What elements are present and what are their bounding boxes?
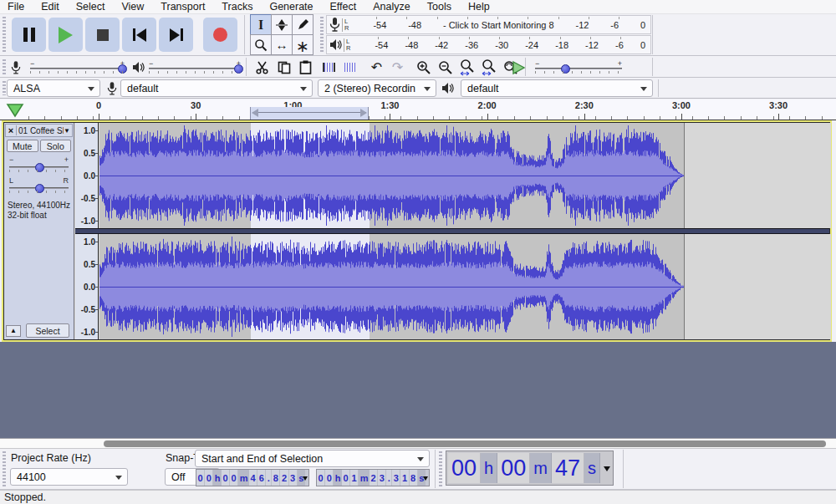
zoom-out-button[interactable] — [435, 58, 456, 77]
copy-button[interactable] — [273, 58, 294, 77]
menu-item-help[interactable]: Help — [468, 1, 490, 13]
menu-item-file[interactable]: File — [8, 1, 24, 13]
selection-end-time-field[interactable]: 00h01m23.318s — [316, 469, 430, 486]
playback-volume-slider[interactable]: − + — [149, 68, 241, 69]
transport-toolbar-grip[interactable] — [3, 17, 6, 53]
track-menu-dropdown-icon[interactable]: ▼ — [64, 127, 72, 135]
time-digit: 0 — [205, 470, 213, 486]
draw-tool-button[interactable] — [292, 14, 314, 35]
meter-scale-label: -30 — [495, 40, 508, 50]
selection-tool-button[interactable]: I — [250, 14, 272, 35]
playback-meter-scale[interactable]: -54-48-42-36-30-24-18-12-60 — [353, 36, 650, 53]
time-shift-tool-button[interactable]: ↔ — [271, 34, 293, 55]
device-toolbar-grip[interactable] — [3, 81, 6, 95]
zoom-tool-button[interactable] — [250, 34, 272, 55]
pan-thumb[interactable] — [35, 184, 44, 193]
menu-item-analyze[interactable]: Analyze — [373, 1, 410, 13]
playback-meter[interactable]: LR -54-48-42-36-30-24-18-12-60 — [326, 35, 651, 54]
audio-host-select[interactable]: ALSA — [7, 79, 100, 97]
cut-button[interactable] — [252, 58, 273, 77]
channel-divider[interactable] — [75, 228, 829, 234]
mixer-toolbar-grip[interactable] — [3, 59, 6, 74]
meter-scale-label: -54 — [373, 20, 386, 30]
track-area-background[interactable] — [0, 342, 836, 438]
project-rate-label: Project Rate (Hz) — [11, 452, 91, 464]
ruler-label: 1:30 — [380, 100, 399, 110]
undo-button[interactable]: ↶ — [366, 58, 387, 77]
ruler-label: 2:30 — [575, 100, 594, 110]
track-pan-slider[interactable]: L R — [9, 176, 69, 196]
selection-toolbar-grip[interactable] — [3, 451, 6, 486]
redo-icon: ↷ — [392, 59, 403, 75]
track-title[interactable]: 01 Coffee Sh — [17, 126, 64, 135]
time-unit: s — [584, 453, 600, 483]
redo-button[interactable]: ↷ — [387, 58, 408, 77]
play-at-speed-icon[interactable] — [512, 60, 527, 75]
selection-start-time-field[interactable]: 00h00m46.823s — [196, 469, 309, 486]
zoom-in-button[interactable] — [413, 58, 434, 77]
timeline-ruler[interactable]: 0301:001:302:002:303:003:30 — [0, 99, 836, 120]
pencil-icon — [297, 18, 309, 31]
playback-speed-slider[interactable]: − + — [535, 68, 622, 69]
menu-item-tools[interactable]: Tools — [427, 1, 451, 13]
fit-project-button[interactable] — [478, 58, 499, 77]
menu-item-tracks[interactable]: Tracks — [222, 1, 252, 13]
pinned-play-head-button[interactable] — [4, 101, 26, 119]
paste-button[interactable] — [295, 58, 316, 77]
pause-button[interactable] — [12, 18, 46, 52]
toolbar-row-2: − + − + ↶ ↷ — [0, 57, 836, 78]
play-button[interactable] — [48, 18, 83, 52]
amplitude-tick — [95, 198, 98, 199]
meter-toolbar-grip[interactable] — [320, 17, 324, 53]
paste-icon — [299, 60, 312, 74]
meter-scale-label: -42 — [435, 40, 448, 50]
selection-mode-select[interactable]: Start and End of Selection — [195, 450, 430, 467]
time-digit: 0 — [222, 470, 230, 486]
audio-position-display[interactable]: 00h00m47s — [446, 451, 614, 486]
recording-device-select[interactable]: default — [120, 79, 313, 97]
recording-volume-thumb[interactable] — [118, 64, 127, 74]
waveform-channel-right[interactable] — [99, 234, 831, 339]
playback-speed-thumb[interactable] — [561, 64, 570, 74]
horizontal-scrollbar-thumb[interactable] — [104, 440, 826, 447]
playback-device-select[interactable]: default — [461, 79, 653, 97]
menu-item-view[interactable]: View — [121, 1, 144, 13]
envelope-tool-button[interactable] — [271, 14, 293, 35]
menu-item-effect[interactable]: Effect — [330, 1, 357, 13]
horizontal-scrollbar[interactable] — [0, 438, 836, 449]
recording-meter-scale[interactable]: -54-48- Click to Start Monitoring 8-12-6… — [351, 16, 650, 33]
gain-thumb[interactable] — [35, 163, 44, 172]
track-gain-slider[interactable]: − + — [9, 155, 69, 175]
silence-audio-button[interactable] — [340, 58, 361, 77]
waveform-channel-left[interactable] — [99, 123, 831, 228]
ruler-major-tick — [778, 114, 779, 120]
skip-to-start-button[interactable] — [122, 18, 156, 52]
speaker-icon — [441, 82, 454, 94]
trim-audio-button[interactable] — [319, 58, 339, 77]
menu-item-generate[interactable]: Generate — [269, 1, 313, 13]
close-track-button[interactable]: × — [6, 125, 17, 135]
menu-item-edit[interactable]: Edit — [41, 1, 59, 13]
menu-item-transport[interactable]: Transport — [161, 1, 205, 13]
select-track-button[interactable]: Select — [26, 323, 69, 338]
zoom-in-icon — [416, 60, 431, 75]
ruler-major-tick — [584, 114, 585, 120]
stop-button[interactable] — [85, 18, 120, 52]
recording-meter[interactable]: LR -54-48- Click to Start Monitoring 8-1… — [326, 15, 651, 34]
ruler-selection-region[interactable] — [250, 107, 368, 120]
mute-button[interactable]: Mute — [7, 140, 38, 152]
meter-scale-label: -6 — [610, 20, 619, 30]
collapse-track-button[interactable]: ▲ — [6, 325, 21, 337]
menu-item-select[interactable]: Select — [76, 1, 105, 13]
recording-channels-select[interactable]: 2 (Stereo) Recordin — [318, 79, 436, 97]
time-unit: h — [334, 470, 342, 486]
project-rate-select[interactable]: 44100 — [10, 468, 128, 486]
time-toolbar-grip[interactable] — [439, 451, 442, 486]
playback-volume-thumb[interactable] — [234, 64, 243, 74]
multi-tool-button[interactable]: ∗ — [292, 34, 314, 55]
solo-button[interactable]: Solo — [40, 140, 72, 152]
record-button[interactable] — [203, 18, 237, 52]
skip-to-end-button[interactable] — [159, 18, 193, 52]
zoom-to-selection-button[interactable] — [456, 58, 477, 77]
recording-volume-slider[interactable]: − + — [30, 68, 125, 69]
